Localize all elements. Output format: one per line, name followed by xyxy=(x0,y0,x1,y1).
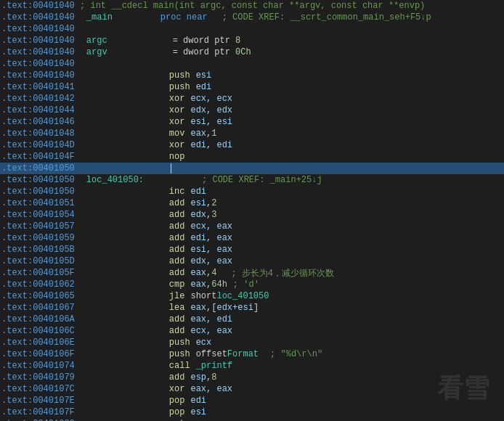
mnemonic-26: jle xyxy=(169,291,185,301)
line-13: .text:0040104D xor edi, edi xyxy=(0,139,504,151)
line-3: .text:00401040 xyxy=(0,23,504,35)
mnemonic-31: push xyxy=(169,349,190,359)
line-15: .text:00401050 xyxy=(0,163,504,174)
address-6: .text:00401040 xyxy=(1,59,75,69)
comment-2: ; CODE XREF: __scrt_common_main_seh+F5↓p xyxy=(222,12,431,23)
line-23: .text:0040105D add edx, eax xyxy=(0,256,504,267)
label-argc: argc xyxy=(86,36,107,46)
line-11: .text:00401046 xor esi, esi xyxy=(0,116,504,128)
code-view: .text:00401040 ; int __cdecl main(int ar… xyxy=(0,0,504,421)
mnemonic-24: add xyxy=(169,268,185,278)
operand-31b: Format xyxy=(227,349,259,359)
comment-25: ; 'd' xyxy=(233,279,259,290)
mnemonic-13: xor xyxy=(169,140,185,150)
operand-25b: 64h xyxy=(211,279,227,290)
address-20: .text:00401057 xyxy=(1,221,75,232)
address-35: .text:0040107E xyxy=(1,396,75,406)
mnemonic-30: push xyxy=(169,338,190,348)
operand-36: esi xyxy=(190,407,206,417)
operand-13: edi, edi xyxy=(190,140,232,150)
operand-33b: 8 xyxy=(211,372,216,383)
address-26: .text:00401065 xyxy=(1,291,75,301)
address-14: .text:0040104F xyxy=(1,152,75,162)
address-9: .text:00401042 xyxy=(1,94,75,104)
address-3: .text:00401040 xyxy=(1,24,75,34)
address-30: .text:0040106E xyxy=(1,338,75,348)
comment-1: ; int __cdecl main(int argc, const char … xyxy=(75,1,425,11)
line-29: .text:0040106C add ecx, eax xyxy=(0,325,504,337)
comment-31: ; "%d\r\n" xyxy=(270,349,322,359)
mnemonic-5: = dword ptr xyxy=(173,47,235,57)
mnemonic-20: add xyxy=(169,221,185,232)
operand-25a: eax xyxy=(190,279,206,290)
line-14: .text:0040104F nop xyxy=(0,151,504,163)
line-22: .text:0040105B add esi, eax xyxy=(0,244,504,256)
line-32: .text:00401074 call _printf xyxy=(0,360,504,372)
operand-23: edx, eax xyxy=(190,256,232,266)
operand-19b: 3 xyxy=(211,210,216,220)
operand-30: ecx xyxy=(196,338,212,348)
operand-12a: eax xyxy=(190,128,206,139)
line-36: .text:0040107F pop esi xyxy=(0,406,504,418)
line-9: .text:00401042 xor ecx, ecx xyxy=(0,93,504,105)
address-1: .text:00401040 xyxy=(1,1,75,11)
operand-18b: 2 xyxy=(211,198,216,208)
address-22: .text:0040105B xyxy=(1,245,75,255)
mnemonic-32: call xyxy=(169,361,190,371)
operand-32: _printf xyxy=(196,361,232,371)
line-4: .text:00401040 argc = dword ptr 8 xyxy=(0,35,504,46)
address-19: .text:00401054 xyxy=(1,210,75,220)
line-16: .text:00401050 loc_401050: ; CODE XREF: … xyxy=(0,174,504,186)
line-27: .text:00401067 lea eax, [edx+esi] xyxy=(0,302,504,314)
operand-35: edi xyxy=(190,396,206,406)
mnemonic-28: add xyxy=(169,314,185,324)
operand-12b: 1 xyxy=(211,128,216,139)
operand-26a: short xyxy=(190,291,216,301)
punct-12: , xyxy=(206,128,211,139)
operand-29: ecx, eax xyxy=(190,326,232,336)
mnemonic-8: push xyxy=(169,82,190,92)
mnemonic-14: nop xyxy=(169,152,185,162)
line-28: .text:0040106A add eax, edi xyxy=(0,314,504,325)
address-15: .text:00401050 xyxy=(1,163,75,173)
operand-8: edi xyxy=(196,82,212,92)
operand-24b: 4 xyxy=(211,268,216,278)
address-17: .text:00401050 xyxy=(1,187,75,197)
line-34: .text:0040107C xor eax, eax xyxy=(0,383,504,395)
mnemonic-11: xor xyxy=(169,117,185,127)
operand-11: esi, esi xyxy=(190,117,232,127)
text-cursor xyxy=(171,163,171,173)
address-5: .text:00401040 xyxy=(1,47,75,57)
line-2: .text:00401040 _main proc near ; CODE XR… xyxy=(0,12,504,23)
operand-27a: eax xyxy=(190,303,206,313)
address-12: .text:00401048 xyxy=(1,128,75,139)
operand-28: eax, edi xyxy=(190,314,232,324)
line-24: .text:0040105F add eax, 4 ; 步长为4，减少循环次数 xyxy=(0,267,504,279)
operand-9: ecx, ecx xyxy=(190,94,232,104)
address-36: .text:0040107F xyxy=(1,407,75,417)
comment-24: ; 步长为4，减少循环次数 xyxy=(231,267,334,279)
address-21: .text:00401059 xyxy=(1,233,75,243)
address-11: .text:00401046 xyxy=(1,117,75,127)
line-6: .text:00401040 xyxy=(0,58,504,70)
mnemonic-29: add xyxy=(169,326,185,336)
address-4: .text:00401040 xyxy=(1,36,75,46)
line-31: .text:0040106F push offset Format ; "%d\… xyxy=(0,348,504,360)
mnemonic-2: proc near xyxy=(160,12,208,23)
mnemonic-35: pop xyxy=(169,396,185,406)
line-25: .text:00401062 cmp eax, 64h ; 'd' xyxy=(0,279,504,290)
line-1: .text:00401040 ; int __cdecl main(int ar… xyxy=(0,0,504,12)
line-21: .text:00401059 add edi, eax xyxy=(0,232,504,244)
operand-27b: edx+esi xyxy=(216,303,253,313)
mnemonic-25: cmp xyxy=(169,279,185,290)
mnemonic-7: push xyxy=(169,70,190,81)
mnemonic-21: add xyxy=(169,233,185,243)
address-25: .text:00401062 xyxy=(1,279,75,290)
line-5: .text:00401040 argv = dword ptr 0Ch xyxy=(0,46,504,58)
mnemonic-18: add xyxy=(169,198,185,208)
address-31: .text:0040106F xyxy=(1,349,75,359)
operand-22: esi, eax xyxy=(190,245,232,255)
line-8: .text:00401041 push edi xyxy=(0,81,504,93)
address-16: .text:00401050 xyxy=(1,175,75,185)
address-8: .text:00401041 xyxy=(1,82,75,92)
